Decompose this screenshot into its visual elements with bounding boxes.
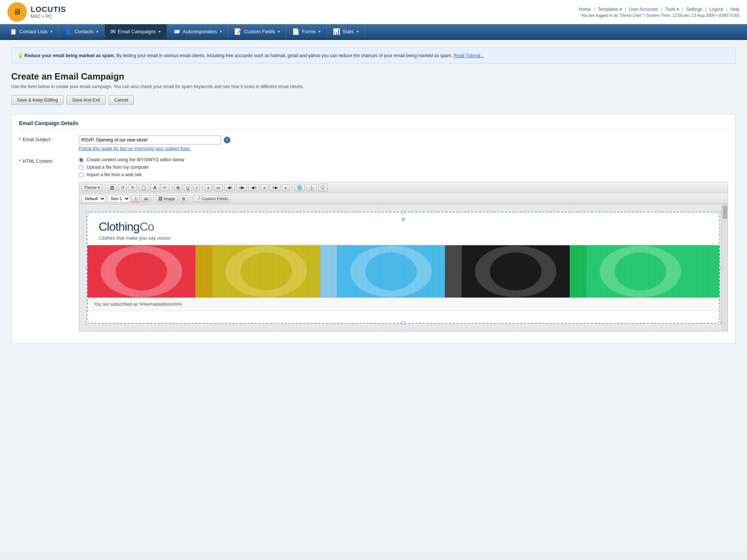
user-info: You are logged in as "Demo User" | Syste…	[579, 13, 740, 18]
action-buttons: Save & Keep Editing Save And Exit Cancel	[11, 95, 736, 105]
subject-help-icon: ?	[224, 137, 230, 143]
nav-email-campaigns-label: Email Campaigns	[118, 29, 156, 34]
brand-name: LOCUTIS	[31, 5, 66, 14]
html-content-label: * HTML Content:	[19, 157, 79, 164]
nav-autoresponders-label: Autoresponders	[183, 29, 217, 34]
nav-custom-fields-label: Custom Fields	[244, 29, 275, 34]
email-campaigns-icon: ✉	[111, 28, 115, 35]
toolbar-align-right[interactable]: ≡▶	[270, 184, 280, 191]
nav-forms[interactable]: 📄 Forms ▾	[286, 24, 327, 39]
nav-templates[interactable]: Templates ▾	[598, 7, 622, 12]
contact-lists-icon: 📋	[10, 28, 17, 35]
subject-help-link[interactable]: Follow this guide for tips on improving …	[79, 146, 728, 151]
editor-scrollbar[interactable]	[722, 204, 728, 331]
toolbar-link[interactable]: 🌐	[294, 184, 305, 191]
radio-import[interactable]: Import a file from a web site	[79, 172, 728, 177]
toolbar-unordered-list[interactable]: •≡	[214, 184, 223, 191]
radio-upload[interactable]: Upload a file from my computer	[79, 165, 728, 170]
email-template-image	[87, 245, 719, 298]
email-footer-text: You are subscribed as %%emailaddress%%	[94, 302, 713, 307]
page-description: Use the form below to create your email …	[11, 84, 736, 89]
email-subject-input[interactable]	[79, 136, 221, 144]
toolbar-underline[interactable]: U	[184, 184, 192, 191]
logo: 🖥 LOCUTIS MAC + PC	[7, 2, 66, 22]
toolbar-undo[interactable]: ↺	[118, 184, 127, 191]
page-title: Create an Email Campaign	[11, 71, 736, 82]
toolbar-redo[interactable]: ↻	[128, 184, 137, 191]
radio-wysiwyg[interactable]: Create content using the WYSIWYG editor …	[79, 157, 728, 162]
info-banner-body: By testing your email in various email c…	[116, 53, 452, 58]
nav-email-campaigns[interactable]: ✉ Email Campaigns ▾	[105, 24, 167, 39]
nav-help[interactable]: Help	[730, 7, 740, 12]
stats-icon: 📊	[333, 28, 340, 35]
info-banner-bold: Reduce your email being marked as spam.	[24, 53, 115, 58]
scrollbar-thumb[interactable]	[723, 206, 727, 219]
toolbar-bold[interactable]: B	[174, 184, 182, 191]
toolbar-indent-left[interactable]: ◀≡	[224, 184, 235, 191]
form-section: Email Campaign Details * Email Subject: …	[11, 114, 736, 344]
editor-toolbar2: Default Size 1 Size 2 Size 3 A ab 🖼 Imag…	[79, 193, 728, 204]
info-banner-link[interactable]: Read Tutorial...	[454, 53, 484, 58]
toolbar-font-color-a[interactable]: A	[151, 184, 159, 192]
toolbar-anchor[interactable]: ⚓	[306, 184, 317, 191]
forms-icon: 📄	[292, 28, 300, 35]
nav-contact-lists[interactable]: 📋 Contact Lists ▾	[4, 24, 59, 39]
toolbar-highlight-color[interactable]: ab	[141, 195, 151, 202]
nav-custom-fields[interactable]: 📝 Custom Fields ▾	[228, 24, 286, 39]
nav-user-accounts[interactable]: User Accounts	[629, 7, 658, 12]
toolbar-align-center[interactable]: ≡	[261, 184, 268, 191]
resize-handle-bl[interactable]	[86, 321, 89, 324]
resize-handle-br[interactable]	[718, 321, 721, 324]
toolbar-align-left[interactable]: ◀≡	[248, 184, 259, 191]
resize-handle-tl[interactable]	[86, 211, 89, 214]
toolbar-table[interactable]: ⊞	[179, 195, 188, 202]
nav-logout[interactable]: Logout	[709, 7, 723, 12]
html-content-row: * HTML Content: Create content using the…	[19, 157, 728, 332]
nav-contact-lists-label: Contact Lists	[19, 29, 47, 34]
resize-handle-bottom[interactable]	[402, 321, 405, 324]
font-size-select[interactable]: Size 1 Size 2 Size 3	[107, 195, 130, 202]
toolbar-ordered-list[interactable]: ≡	[205, 184, 212, 191]
editor-area[interactable]: ⊕ ClothingCo Clothes that make you say o…	[79, 204, 728, 331]
logo-icon: 🖥	[7, 2, 27, 22]
email-subject-row: * Email Subject: ? Follow this guide for…	[19, 136, 728, 151]
nav-settings[interactable]: Settings	[686, 7, 702, 12]
nav-contacts-label: Contacts	[74, 29, 93, 34]
nav-stats-label: Stats	[342, 29, 354, 34]
nav-forms-label: Forms	[302, 29, 316, 34]
toolbar-paste[interactable]: 📋	[139, 184, 149, 191]
nav-bar: 📋 Contact Lists ▾ 👤 Contacts ▾ ✉ Email C…	[0, 24, 747, 40]
top-nav-links: Home | Templates ▾ | User Accounts | Too…	[579, 7, 740, 12]
cancel-button[interactable]: Cancel	[109, 95, 134, 105]
email-footer: You are subscribed as %%emailaddress%%	[87, 298, 719, 311]
email-subject-controls: ? Follow this guide for tips on improvin…	[79, 136, 728, 151]
toolbar-info[interactable]: ⓘ	[318, 184, 328, 192]
nav-tools[interactable]: Tools ▾	[665, 7, 679, 12]
nav-stats[interactable]: 📊 Stats ▾	[327, 24, 365, 39]
nav-autoresponders[interactable]: 📨 Autoresponders ▾	[167, 24, 228, 39]
editor-canvas[interactable]: ⊕ ClothingCo Clothes that make you say o…	[87, 212, 720, 324]
editor-toolbar-outer: Theme ▾ 🖼 ↺ ↻ 📋 A ✂ B U I ≡	[79, 182, 728, 332]
resize-handle-top[interactable]	[402, 211, 405, 214]
toolbar-italic[interactable]: I	[193, 184, 200, 191]
clothing-tagline: Clothes that make you say ooooo	[99, 235, 708, 241]
save-keep-editing-button[interactable]: Save & Keep Editing	[11, 95, 63, 105]
toolbar-custom-fields[interactable]: 📝 Custom Fields	[193, 195, 230, 202]
font-family-select[interactable]: Default	[81, 195, 106, 202]
color-bar-overlay	[87, 245, 719, 298]
toolbar-image-button[interactable]: 🖼 Image	[156, 195, 178, 202]
toolbar-align-justify[interactable]: ≡	[282, 184, 289, 191]
resize-handle-tr[interactable]	[718, 211, 721, 214]
top-nav: Home | Templates ▾ | User Accounts | Too…	[579, 7, 740, 18]
form-section-title: Email Campaign Details	[19, 120, 728, 130]
toolbar-indent-right[interactable]: ≡▶	[236, 184, 247, 191]
nav-home[interactable]: Home	[579, 7, 591, 12]
nav-contacts[interactable]: 👤 Contacts ▾	[59, 24, 105, 39]
save-and-exit-button[interactable]: Save And Exit	[66, 95, 106, 105]
toolbar-theme[interactable]: Theme ▾	[81, 184, 103, 191]
center-indicator: ⊕	[401, 216, 406, 222]
toolbar-image-insert[interactable]: 🖼	[108, 184, 117, 191]
toolbar-text-color[interactable]: A	[131, 195, 140, 202]
toolbar-cut[interactable]: ✂	[161, 184, 169, 191]
html-content-controls: Create content using the WYSIWYG editor …	[79, 157, 728, 332]
